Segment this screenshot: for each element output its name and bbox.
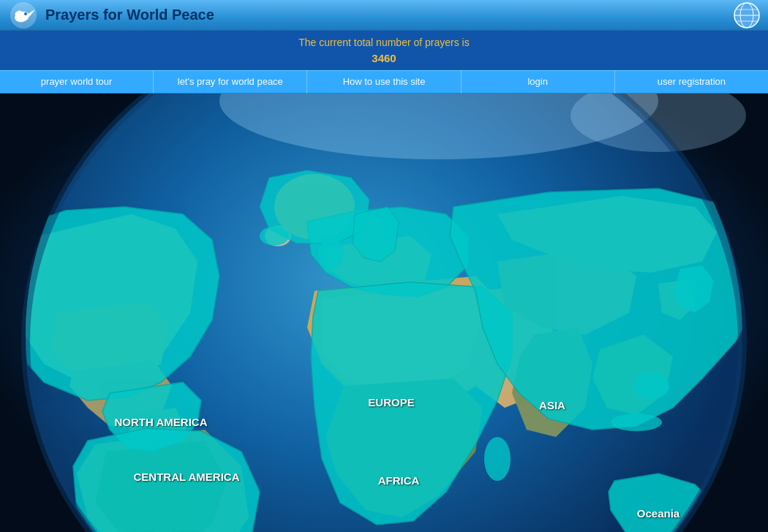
prayer-count: 3460: [0, 50, 768, 67]
continent-highlights[interactable]: [4, 170, 761, 533]
svg-point-4: [24, 12, 27, 15]
british-isles-region[interactable]: [318, 239, 343, 270]
globe-icon: [733, 1, 761, 29]
map-area: NORTH AMERICA CENTRAL AMERICA SOUTH AMER…: [0, 94, 768, 533]
madagascar-region[interactable]: [484, 437, 511, 481]
nav-user-registration[interactable]: user registration: [615, 70, 768, 94]
iceland-region[interactable]: [260, 227, 289, 246]
nav-login[interactable]: login: [462, 70, 615, 94]
prayer-banner-line1: The current total number of prayers is: [0, 35, 768, 50]
prayer-banner: The current total number of prayers is 3…: [0, 31, 768, 70]
se-asia-islands[interactable]: [633, 373, 669, 399]
globe-map[interactable]: NORTH AMERICA CENTRAL AMERICA SOUTH AMER…: [0, 94, 768, 533]
site-title: Prayers for World Peace: [45, 7, 733, 23]
header: Prayers for World Peace: [0, 0, 768, 31]
navigation: prayer world tour let's pray for world p…: [0, 70, 768, 94]
logo-icon: [7, 1, 39, 30]
nav-lets-pray[interactable]: let's pray for world peace: [154, 70, 307, 94]
nav-how-to-use[interactable]: How to use this site: [307, 70, 461, 94]
nav-prayer-world-tour[interactable]: prayer world tour: [0, 70, 154, 94]
indonesia-region[interactable]: [611, 414, 662, 431]
